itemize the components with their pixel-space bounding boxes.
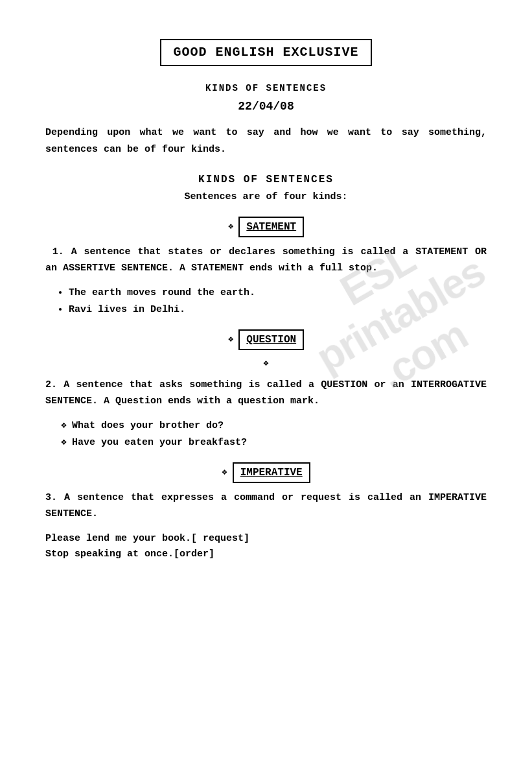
diamond-icon-3: ❖	[61, 419, 67, 434]
statement-examples: The earth moves round the earth. Ravi li…	[69, 286, 487, 318]
list-item: Please lend me your book.[ request]	[45, 532, 487, 547]
statement-description: 1. A sentence that states or declares so…	[45, 244, 487, 277]
list-item: Ravi lives in Delhi.	[69, 303, 487, 318]
kind-section-question: ❖ QUESTION ❖ 2. A sentence that asks som…	[45, 329, 487, 451]
list-item: ❖ Have you eaten your breakfast?	[61, 436, 487, 451]
kind-heading-statement: ❖ SATEMENT	[45, 217, 487, 237]
list-item: ❖ What does your brother do?	[61, 419, 487, 434]
question-examples: ❖ What does your brother do? ❖ Have you …	[61, 419, 487, 451]
kind-section-imperative: ❖ IMPERATIVE 3. A sentence that expresse…	[45, 462, 487, 562]
imperative-description: 3. A sentence that expresses a command o…	[45, 490, 487, 523]
kind-heading-question: ❖ QUESTION	[45, 329, 487, 350]
question-description: 2. A sentence that asks something is cal…	[45, 377, 487, 410]
diamond-icon-2: ❖	[228, 333, 233, 346]
list-item: Stop speaking at once.[order]	[45, 547, 487, 562]
imperative-examples: Please lend me your book.[ request] Stop…	[45, 532, 487, 562]
page-title-container: GOOD ENGLISH EXCLUSIVE	[45, 39, 487, 66]
list-item: The earth moves round the earth.	[69, 286, 487, 301]
date: 22/04/08	[45, 98, 487, 115]
kind-section-statement: ❖ SATEMENT 1. A sentence that states or …	[45, 217, 487, 318]
diamond-icon-4: ❖	[61, 436, 67, 451]
intro-text: Depending upon what we want to say and h…	[45, 124, 487, 158]
diamond-icon-1: ❖	[228, 220, 233, 233]
question-label: QUESTION	[238, 329, 304, 350]
diamond-icon-5: ❖	[222, 466, 227, 479]
statement-label: SATEMENT	[238, 217, 304, 237]
imperative-label: IMPERATIVE	[233, 462, 310, 483]
section-subheading: Sentences are of four kinds:	[45, 190, 487, 205]
subtitle: KINDS OF SENTENCES	[45, 82, 487, 95]
section-heading: KINDS OF SENTENCES	[45, 172, 487, 187]
page-title: GOOD ENGLISH EXCLUSIVE	[160, 39, 371, 66]
sub-diamond-icon: ❖	[45, 357, 487, 370]
kind-heading-imperative: ❖ IMPERATIVE	[45, 462, 487, 483]
